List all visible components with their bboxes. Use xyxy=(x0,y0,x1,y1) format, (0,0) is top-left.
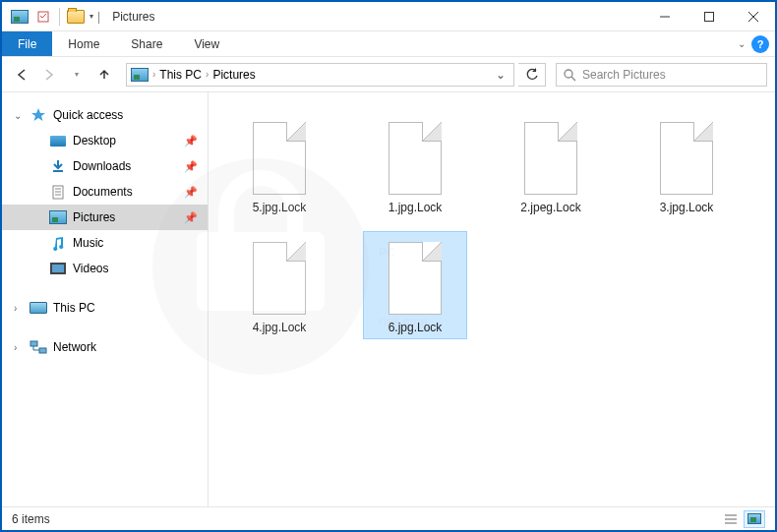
minimize-button[interactable] xyxy=(642,2,687,30)
thumbnails-view-button[interactable] xyxy=(744,510,765,528)
file-item[interactable]: 5.jpg.Lock xyxy=(228,112,330,218)
svg-rect-6 xyxy=(704,12,713,21)
sidebar-item-label: Desktop xyxy=(73,134,116,148)
window-controls xyxy=(642,2,775,30)
sidebar-item-label: Music xyxy=(73,236,103,250)
file-name: 2.jpeg.Lock xyxy=(520,201,580,214)
app-icon[interactable] xyxy=(8,5,31,29)
sidebar-item-label: Network xyxy=(53,340,96,354)
quick-access-toolbar: ▾ xyxy=(2,2,93,30)
sidebar-item-pictures[interactable]: Pictures 📌 xyxy=(2,205,208,230)
sidebar-item-label: Downloads xyxy=(73,159,131,173)
details-view-button[interactable] xyxy=(720,510,742,528)
chevron-right-icon[interactable]: › xyxy=(206,69,209,80)
ribbon: File Home Share View ⌄ ? xyxy=(2,31,775,57)
tab-home[interactable]: Home xyxy=(52,31,115,56)
sidebar-item-desktop[interactable]: Desktop 📌 xyxy=(2,128,208,153)
ribbon-expand-icon[interactable]: ⌄ xyxy=(738,38,746,49)
pin-icon: 📌 xyxy=(184,135,198,148)
item-count: 6 items xyxy=(12,512,50,526)
file-item[interactable]: 3.jpg.Lock xyxy=(635,112,738,218)
address-dropdown-icon[interactable]: ⌄ xyxy=(492,68,509,82)
refresh-button[interactable] xyxy=(518,63,546,87)
search-placeholder: Search Pictures xyxy=(582,68,666,82)
chevron-right-icon[interactable]: › xyxy=(152,69,155,80)
back-button[interactable] xyxy=(10,63,33,87)
file-item[interactable]: 2.jpeg.Lock xyxy=(500,112,602,218)
window-title: Pictures xyxy=(112,10,154,24)
file-item[interactable]: 6.jpg.Lock xyxy=(364,232,466,338)
file-icon xyxy=(381,116,449,195)
up-button[interactable] xyxy=(92,63,116,87)
file-icon xyxy=(516,116,585,195)
svg-rect-19 xyxy=(39,348,46,353)
sidebar-item-label: Quick access xyxy=(53,108,123,122)
sidebar-quick-access[interactable]: ⌄ Quick access xyxy=(2,102,208,128)
address-bar[interactable]: › This PC › Pictures ⌄ xyxy=(126,63,514,87)
svg-rect-17 xyxy=(52,265,64,272)
sidebar-item-documents[interactable]: Documents 📌 xyxy=(2,179,208,205)
search-icon xyxy=(563,68,576,82)
file-icon xyxy=(245,236,314,315)
forward-button[interactable] xyxy=(37,63,61,87)
file-name: 3.jpg.Lock xyxy=(660,201,714,214)
pin-icon: 📌 xyxy=(184,160,198,173)
breadcrumb-this-pc[interactable]: This PC xyxy=(159,68,202,82)
pin-icon: 📌 xyxy=(184,186,198,199)
sidebar-item-label: This PC xyxy=(53,301,95,315)
qat-customize-icon[interactable]: ▾ xyxy=(90,12,93,21)
tab-view[interactable]: View xyxy=(178,31,235,56)
title-separator: | xyxy=(97,10,100,24)
pictures-icon xyxy=(49,209,67,225)
sidebar-this-pc[interactable]: › This PC xyxy=(2,295,208,321)
explorer-window: PC risk.com ▾ | Pictures File Home Share xyxy=(2,2,775,530)
downloads-icon xyxy=(49,158,67,174)
tab-share[interactable]: Share xyxy=(115,31,178,56)
body: ⌄ Quick access Desktop 📌 Downloads 📌 Doc xyxy=(2,92,775,506)
sidebar-item-videos[interactable]: Videos xyxy=(2,256,208,281)
maximize-button[interactable] xyxy=(687,2,731,30)
file-item[interactable]: 4.jpg.Lock xyxy=(228,232,330,338)
svg-rect-18 xyxy=(30,341,37,346)
sidebar-item-label: Videos xyxy=(73,262,108,275)
file-icon xyxy=(245,116,314,195)
search-box[interactable]: Search Pictures xyxy=(556,63,767,87)
file-name: 4.jpg.Lock xyxy=(253,321,307,334)
breadcrumb-pictures[interactable]: Pictures xyxy=(212,68,255,82)
sidebar-item-label: Pictures xyxy=(73,210,115,224)
sidebar-item-label: Documents xyxy=(73,185,133,199)
file-list[interactable]: 5.jpg.Lock 1.jpg.Lock 2.jpeg.Lock 3.jpg.… xyxy=(209,92,775,506)
file-item[interactable]: 1.jpg.Lock xyxy=(364,112,466,218)
videos-icon xyxy=(49,261,67,276)
location-icon xyxy=(131,68,149,82)
sidebar-item-downloads[interactable]: Downloads 📌 xyxy=(2,153,208,179)
star-icon xyxy=(30,107,47,123)
music-icon xyxy=(49,235,67,251)
chevron-right-icon[interactable]: › xyxy=(14,342,17,353)
file-tab[interactable]: File xyxy=(2,31,52,56)
desktop-icon xyxy=(49,133,67,148)
titlebar: ▾ | Pictures xyxy=(2,2,775,31)
qat-new-folder[interactable] xyxy=(64,5,88,29)
svg-point-9 xyxy=(565,70,572,78)
documents-icon xyxy=(49,184,67,200)
navigation-pane: ⌄ Quick access Desktop 📌 Downloads 📌 Doc xyxy=(2,92,209,506)
sidebar-network[interactable]: › Network xyxy=(2,334,208,360)
qat-properties[interactable] xyxy=(31,5,55,29)
file-icon xyxy=(652,116,721,195)
close-button[interactable] xyxy=(731,2,775,30)
recent-locations-button[interactable]: ▾ xyxy=(65,63,89,87)
chevron-down-icon[interactable]: ⌄ xyxy=(14,110,22,121)
pin-icon: 📌 xyxy=(184,211,198,224)
file-name: 6.jpg.Lock xyxy=(388,321,443,334)
qat-separator xyxy=(59,8,60,26)
status-bar: 6 items xyxy=(2,506,775,530)
sidebar-item-music[interactable]: Music xyxy=(2,230,208,256)
help-button[interactable]: ? xyxy=(751,35,769,53)
network-icon xyxy=(30,339,47,355)
svg-line-10 xyxy=(571,77,575,81)
navigation-bar: ▾ › This PC › Pictures ⌄ Search Pictures xyxy=(2,57,775,92)
chevron-right-icon[interactable]: › xyxy=(14,303,17,314)
file-name: 5.jpg.Lock xyxy=(253,201,307,214)
file-icon xyxy=(381,236,449,315)
